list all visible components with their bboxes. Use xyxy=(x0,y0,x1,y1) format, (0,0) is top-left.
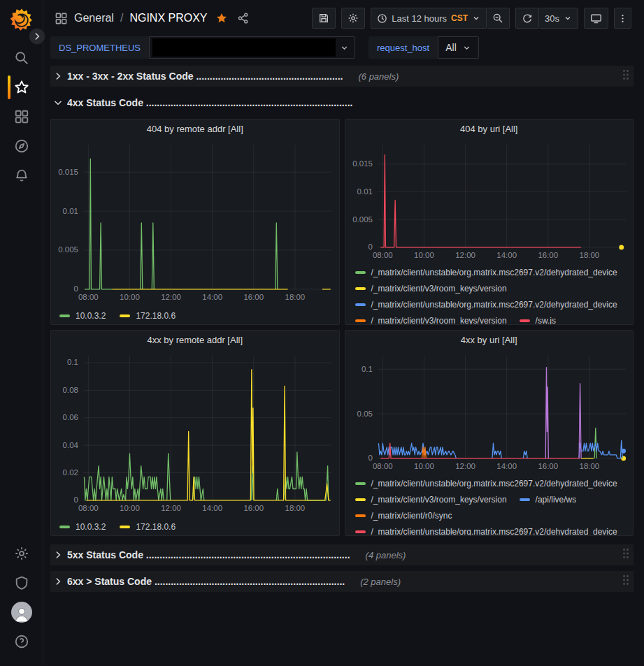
svg-text:0: 0 xyxy=(74,495,78,504)
legend-item[interactable]: /_matrix/client/unstable/org.matrix.msc2… xyxy=(355,475,617,491)
legend-swatch xyxy=(355,271,366,274)
search-icon xyxy=(14,50,29,66)
svg-text:10:00: 10:00 xyxy=(414,251,434,259)
breadcrumb: General / NGINX PROXY xyxy=(55,12,251,25)
legend-swatch xyxy=(120,526,130,528)
row-panel-count: (2 panels) xyxy=(360,577,401,587)
panels-grid: 404 by remote addr [All]00.0050.010.0150… xyxy=(50,119,634,536)
chevron-right-icon xyxy=(53,71,63,81)
row-panel-count: (4 panels) xyxy=(366,550,406,560)
legend-label: /_matrix/client/unstable/org.matrix.msc2… xyxy=(371,268,617,277)
save-dashboard-button[interactable] xyxy=(312,8,336,29)
dashboard-settings-button[interactable] xyxy=(341,8,365,29)
legend-label: /_matrix/client/v3/room_keys/version xyxy=(371,284,507,294)
legend-label: 10.0.3.2 xyxy=(76,311,106,321)
panel-legend: 10.0.3.2172.18.0.6 xyxy=(51,303,339,324)
row-4xx[interactable]: 4xx Status Code ........................… xyxy=(50,92,634,113)
refresh-button[interactable] xyxy=(515,8,539,29)
sidebar-item-alerting[interactable] xyxy=(6,161,37,190)
legend-swatch xyxy=(520,319,530,322)
legend-item[interactable]: /_matrix/client/unstable/org.matrix.msc2… xyxy=(355,296,617,312)
sidebar-item-configuration[interactable] xyxy=(6,539,37,568)
legend-swatch xyxy=(355,303,366,306)
sidebar-expand-button[interactable] xyxy=(29,28,45,45)
legend-item[interactable]: /api/live/ws xyxy=(520,491,577,507)
svg-text:0.05: 0.05 xyxy=(357,410,372,418)
monitor-icon xyxy=(590,13,602,24)
legend-item[interactable]: /_matrix/client/unstable/org.matrix.msc2… xyxy=(355,264,617,280)
sidebar-item-dashboards[interactable] xyxy=(6,102,37,131)
svg-text:0.005: 0.005 xyxy=(352,215,373,224)
sidebar-item-server-admin[interactable] xyxy=(6,568,37,598)
bell-icon xyxy=(14,168,29,183)
row-6xx[interactable]: 6xx > Status Code ......................… xyxy=(50,571,634,592)
datasource-select[interactable] xyxy=(149,36,355,59)
panel-title[interactable]: 404 by remote addr [All] xyxy=(51,120,339,139)
chevron-down-icon xyxy=(340,43,349,52)
request-host-select[interactable]: All xyxy=(438,36,479,59)
panel-title[interactable]: 404 by uri [All] xyxy=(345,120,634,139)
legend-item[interactable]: 172.18.0.6 xyxy=(120,308,176,324)
svg-text:0.04: 0.04 xyxy=(63,441,79,449)
row-drag-handle[interactable] xyxy=(622,574,629,588)
favorite-star-button[interactable] xyxy=(214,12,229,24)
breadcrumb-section[interactable]: General xyxy=(74,12,114,24)
zoom-out-button[interactable] xyxy=(487,8,510,29)
legend-swatch xyxy=(59,314,70,317)
breadcrumb-separator: / xyxy=(120,12,123,24)
row-drag-handle[interactable] xyxy=(622,69,629,83)
row-title: 4xx Status Code ........................… xyxy=(67,97,352,108)
legend-swatch xyxy=(355,514,366,517)
request-host-group: request_host All xyxy=(368,36,479,59)
panel-title[interactable]: 4xx by uri [All] xyxy=(345,331,634,350)
legend-item[interactable]: /_matrix/client/v3/room_keys/version xyxy=(355,280,507,296)
tv-mode-button[interactable] xyxy=(584,8,608,29)
legend-item[interactable]: 10.0.3.2 xyxy=(59,308,106,324)
share-icon xyxy=(237,12,250,24)
row-drag-handle[interactable] xyxy=(622,548,629,562)
sidebar-item-explore[interactable] xyxy=(6,131,37,161)
legend-item[interactable]: 10.0.3.2 xyxy=(59,519,106,535)
svg-text:12:00: 12:00 xyxy=(455,251,475,259)
chevron-down-icon xyxy=(462,43,471,52)
svg-text:14:00: 14:00 xyxy=(496,462,517,470)
refresh-interval-picker[interactable]: 30s xyxy=(539,8,578,29)
gear-icon xyxy=(348,13,359,24)
shield-icon xyxy=(14,575,29,591)
svg-text:0: 0 xyxy=(368,242,372,251)
row-panel-count: (6 panels) xyxy=(358,71,399,82)
row-5xx[interactable]: 5xx Status Code ........................… xyxy=(50,544,634,565)
panel-title[interactable]: 4xx by remote addr [All] xyxy=(51,331,339,350)
sidebar-item-search[interactable] xyxy=(6,43,37,73)
legend-item[interactable]: /_matrix/client/v3/room_keys/version xyxy=(355,312,507,324)
svg-text:08:00: 08:00 xyxy=(372,251,392,259)
legend-label: /_matrix/client/v3/room_keys/version xyxy=(371,495,507,505)
row-1xx-3xx-2xx[interactable]: 1xx - 3xx - 2xx Status Code ............… xyxy=(50,66,634,87)
svg-text:08:00: 08:00 xyxy=(78,293,99,301)
more-options-button[interactable] xyxy=(614,8,631,29)
row-title: 1xx - 3xx - 2xx Status Code ............… xyxy=(67,71,343,82)
share-button[interactable] xyxy=(236,12,251,24)
legend-label: /_matrix/client/unstable/org.matrix.msc2… xyxy=(371,527,617,536)
legend-item[interactable]: /_matrix/client/v3/room_keys/version xyxy=(355,491,507,507)
legend-item[interactable]: /sw.js xyxy=(520,312,556,324)
sidebar-item-help[interactable] xyxy=(6,627,37,656)
legend-item[interactable]: /_matrix/client/r0/sync xyxy=(355,507,452,523)
chevron-right-icon xyxy=(53,550,63,560)
page-header: General / NGINX PROXY Last 12 hours CST xyxy=(43,0,644,36)
svg-text:10:00: 10:00 xyxy=(120,293,140,301)
svg-text:0.005: 0.005 xyxy=(58,245,78,254)
sidebar-item-starred[interactable] xyxy=(6,73,37,102)
time-range-picker[interactable]: Last 12 hours CST xyxy=(371,8,487,29)
legend-item[interactable]: 172.18.0.6 xyxy=(120,519,176,535)
sidebar-item-profile[interactable] xyxy=(6,598,37,627)
refresh-interval-label: 30s xyxy=(545,13,559,24)
timeseries-chart: 00.0050.010.01508:0010:0012:0014:0016:00… xyxy=(345,139,634,261)
legend-item[interactable]: /_matrix/client/unstable/org.matrix.msc2… xyxy=(355,523,617,535)
svg-text:0.01: 0.01 xyxy=(357,187,372,196)
svg-text:14:00: 14:00 xyxy=(496,251,517,259)
chevron-down-icon xyxy=(564,14,572,22)
svg-text:0.01: 0.01 xyxy=(63,207,78,215)
sidebar xyxy=(0,0,43,666)
variable-label-ds: DS_PROMETHEUS xyxy=(50,36,149,59)
